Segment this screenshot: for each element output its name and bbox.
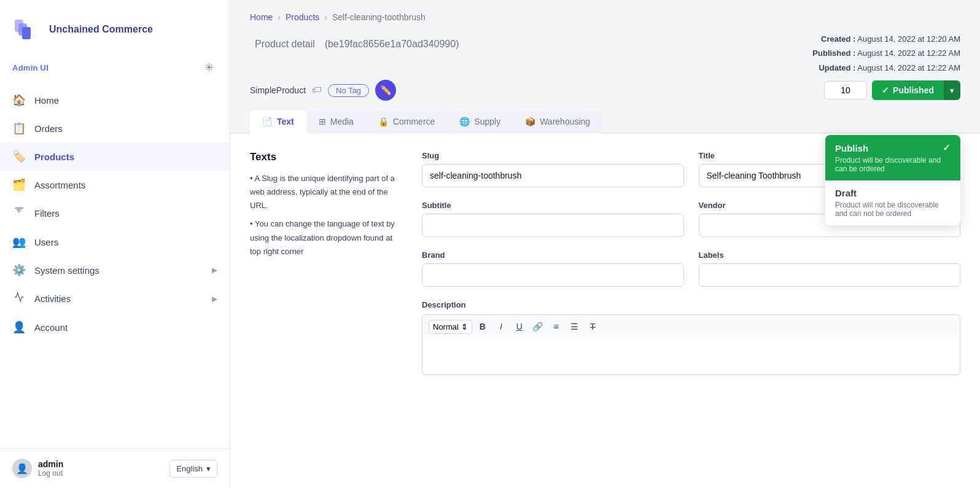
publish-dropdown: Publish ✓ Product will be discoverable a… [825, 135, 960, 225]
subtitle-label: Subtitle [422, 201, 684, 210]
text-tab-icon: 📄 [262, 117, 273, 126]
quantity-input[interactable] [824, 81, 867, 99]
italic-button[interactable]: I [493, 319, 509, 335]
ordered-list-button[interactable]: ≡ [548, 319, 564, 335]
tab-media[interactable]: ⊞ Media [306, 110, 366, 134]
published-value: August 14, 2022 at 12:22 AM [857, 48, 960, 58]
labels-input[interactable] [699, 263, 961, 287]
underline-button[interactable]: U [511, 319, 527, 335]
publish-option-desc: Product will be discoverable and can be … [835, 156, 951, 173]
tab-supply[interactable]: 🌐 Supply [447, 110, 513, 134]
draft-option-label: Draft [835, 188, 951, 198]
breadcrumb-home[interactable]: Home [250, 12, 273, 22]
sidebar-footer: 👤 admin Log out English ▾ [0, 448, 230, 488]
tab-commerce[interactable]: 🔒 Commerce [366, 110, 447, 134]
brand-input[interactable] [422, 263, 684, 287]
created-label: Created : [821, 34, 855, 44]
logout-link[interactable]: Log out [38, 469, 63, 478]
slug-group: Slug [422, 151, 684, 187]
svg-rect-2 [22, 27, 31, 39]
product-type: SimpleProduct [250, 85, 306, 95]
chevron-right-icon: ▶ [212, 266, 217, 274]
no-tag-badge[interactable]: No Tag [328, 84, 369, 97]
texts-title: Texts [250, 151, 402, 163]
subtitle-group: Subtitle [422, 201, 684, 237]
slug-input[interactable] [422, 164, 684, 187]
page-title-area: Product detail (be19fac8656e1a70ad340990… [250, 32, 459, 52]
sidebar-item-orders[interactable]: 📋 Orders [0, 114, 230, 142]
tab-text[interactable]: 📄 Text [250, 110, 306, 134]
sidebar-item-users[interactable]: 👥 Users [0, 228, 230, 256]
sidebar-item-home[interactable]: 🏠 Home [0, 86, 230, 114]
assortments-icon: 🗂️ [12, 178, 26, 192]
products-icon: 🏷️ [12, 150, 26, 163]
dropdown-item-publish[interactable]: Publish ✓ Product will be discoverable a… [825, 135, 960, 180]
sidebar-item-label: Home [34, 95, 59, 106]
tabs-bar: 📄 Text ⊞ Media 🔒 Commerce 🌐 Supply 📦 War… [230, 101, 980, 134]
app-name: Unchained Commerce [49, 23, 153, 36]
page-meta: Created : August 14, 2022 at 12:20 AM Pu… [812, 32, 960, 75]
supply-tab-icon: 🌐 [459, 117, 470, 126]
published-label: Published : [812, 48, 855, 58]
draft-option-desc: Product will not be discoverable and can… [835, 201, 951, 218]
format-chevron-icon: ⇕ [461, 322, 468, 331]
home-icon: 🏠 [12, 93, 26, 107]
nav-menu: 🏠 Home 📋 Orders 🏷️ Products 🗂️ Assortmen… [0, 83, 230, 448]
users-icon: 👥 [12, 235, 26, 249]
account-icon: 👤 [12, 320, 26, 334]
subtitle-input[interactable] [422, 214, 684, 237]
username: admin [38, 459, 63, 469]
publish-option-label: Publish [835, 143, 868, 153]
sidebar-item-label: Account [34, 322, 68, 333]
edit-button[interactable]: ✏️ [375, 80, 396, 101]
tab-warehousing[interactable]: 📦 Warehousing [513, 110, 602, 134]
sidebar-item-label: Assortments [34, 180, 85, 190]
published-button[interactable]: ✓ Published [872, 80, 944, 100]
sidebar-item-system-settings[interactable]: ⚙️ System settings ▶ [0, 256, 230, 284]
description-editor[interactable] [422, 338, 960, 375]
brand-labels-row: Brand Labels [422, 250, 960, 287]
bold-button[interactable]: B [475, 319, 491, 335]
theme-toggle-button[interactable]: ✳ [200, 59, 217, 76]
clear-format-button[interactable]: T̶ [585, 319, 601, 335]
link-button[interactable]: 🔗 [530, 319, 546, 335]
sidebar-item-activities[interactable]: Activities ▶ [0, 284, 230, 313]
description-section: Description Normal ⇕ B I U 🔗 ≡ ☰ T̶ [422, 300, 960, 375]
labels-label: Labels [699, 250, 961, 260]
check-icon: ✓ [882, 85, 889, 95]
breadcrumb-products[interactable]: Products [286, 12, 319, 22]
page-header: Product detail (be19fac8656e1a70ad340990… [230, 27, 980, 75]
language-selector[interactable]: English ▾ [169, 460, 217, 478]
created-value: August 14, 2022 at 12:20 AM [857, 34, 960, 44]
settings-icon: ⚙️ [12, 263, 26, 277]
editor-toolbar: Normal ⇕ B I U 🔗 ≡ ☰ T̶ [422, 314, 960, 338]
orders-icon: 📋 [12, 122, 26, 135]
format-selector[interactable]: Normal ⇕ [429, 320, 472, 334]
chevron-right-icon: ▶ [212, 295, 217, 303]
commerce-tab-icon: 🔒 [378, 117, 389, 126]
updated-value: August 14, 2022 at 12:22 AM [857, 63, 960, 72]
filters-icon [12, 206, 26, 220]
texts-description-panel: Texts • A Slug is the unique identifying… [250, 151, 422, 471]
publish-check-icon: ✓ [943, 142, 951, 153]
main-content: Home › Products › Self-cleaning-toothbru… [230, 0, 980, 488]
sidebar-item-filters[interactable]: Filters [0, 199, 230, 228]
admin-label-row: Admin UI ✳ [0, 54, 230, 83]
brand-label: Brand [422, 250, 684, 260]
activities-icon [12, 292, 26, 306]
publish-actions: ✓ Published ▾ [824, 80, 960, 100]
sidebar-item-products[interactable]: 🏷️ Products [0, 142, 230, 171]
breadcrumb-current: Self-cleaning-toothbrush [332, 12, 426, 22]
breadcrumb-sep: › [278, 12, 281, 22]
tag-icon: 🏷 [312, 85, 322, 96]
published-dropdown-chevron[interactable]: ▾ [944, 80, 960, 100]
unordered-list-button[interactable]: ☰ [567, 319, 583, 335]
sidebar-item-account[interactable]: 👤 Account [0, 313, 230, 341]
sidebar-item-label: Users [34, 237, 58, 247]
sidebar-item-label: Activities [34, 293, 71, 304]
page-title: Product detail (be19fac8656e1a70ad340990… [250, 32, 459, 52]
dropdown-item-draft[interactable]: Draft Product will not be discoverable a… [825, 180, 960, 225]
breadcrumb-sep: › [324, 12, 327, 22]
texts-description: • A Slug is the unique identifying part … [250, 172, 402, 258]
sidebar-item-assortments[interactable]: 🗂️ Assortments [0, 171, 230, 199]
